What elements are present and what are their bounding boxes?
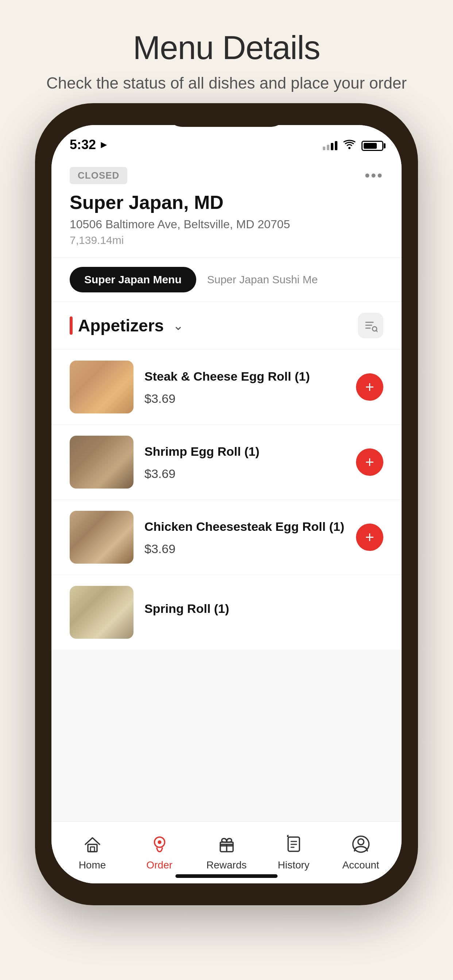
svg-rect-6 <box>88 845 97 852</box>
add-item-button[interactable]: + <box>356 523 383 551</box>
category-header: Appetizers ⌄ <box>51 302 402 349</box>
history-icon <box>284 834 304 856</box>
menu-item: Steak & Cheese Egg Roll (1) $3.69 + <box>51 349 402 425</box>
item-price: $3.69 <box>144 542 345 556</box>
restaurant-distance: 7,139.14mi <box>70 234 383 247</box>
svg-point-9 <box>158 840 161 844</box>
nav-label-history: History <box>278 859 309 871</box>
item-name: Shrimp Egg Roll (1) <box>144 443 345 460</box>
nav-label-rewards: Rewards <box>206 859 247 871</box>
menu-content: Appetizers ⌄ <box>51 302 402 821</box>
svg-line-5 <box>376 330 378 332</box>
category-indicator <box>70 317 73 335</box>
battery-icon <box>362 141 383 151</box>
order-icon <box>150 834 170 856</box>
restaurant-name: Super Japan, MD <box>70 191 383 213</box>
location-icon: ► <box>99 139 109 151</box>
search-list-button[interactable] <box>358 313 383 338</box>
item-info: Spring Roll (1) <box>144 600 383 624</box>
item-image <box>70 361 134 414</box>
menu-item: Spring Roll (1) <box>51 574 402 650</box>
nav-item-account[interactable]: Account <box>335 834 386 871</box>
nav-label-account: Account <box>342 859 379 871</box>
nav-item-history[interactable]: History <box>268 834 319 871</box>
rewards-icon <box>217 834 237 856</box>
nav-item-home[interactable]: Home <box>67 834 118 871</box>
svg-rect-7 <box>91 847 94 852</box>
status-bar: 5:32 ► <box>51 125 402 158</box>
item-info: Chicken Cheesesteak Egg Roll (1) $3.69 <box>144 519 345 556</box>
item-name: Chicken Cheesesteak Egg Roll (1) <box>144 519 345 535</box>
page-background: Menu Details Check the status of all dis… <box>0 0 453 980</box>
add-item-button[interactable]: + <box>356 449 383 476</box>
home-indicator <box>175 874 278 878</box>
nav-item-order[interactable]: Order <box>134 834 185 871</box>
closed-badge: CLOSED <box>70 167 127 184</box>
item-info: Steak & Cheese Egg Roll (1) $3.69 <box>144 368 345 406</box>
item-image <box>70 586 134 639</box>
status-time: 5:32 ► <box>70 137 109 153</box>
more-options-button[interactable]: ••• <box>365 167 383 184</box>
status-icons <box>323 139 383 153</box>
phone-notch <box>164 103 289 127</box>
item-image <box>70 511 134 564</box>
phone-frame: 5:32 ► <box>35 103 418 905</box>
page-header: Menu Details Check the status of all dis… <box>46 29 407 92</box>
tab-super-japan-sushi[interactable]: Super Japan Sushi Me <box>204 267 322 293</box>
restaurant-address: 10506 Baltimore Ave, Beltsville, MD 2070… <box>70 218 383 231</box>
item-image <box>70 436 134 488</box>
nav-label-order: Order <box>146 859 172 871</box>
svg-point-18 <box>358 839 364 845</box>
nav-label-home: Home <box>79 859 106 871</box>
item-price: $3.69 <box>144 467 345 481</box>
item-price: $3.69 <box>144 391 345 406</box>
item-name: Spring Roll (1) <box>144 600 383 617</box>
menu-tabs: Super Japan Menu Super Japan Sushi Me <box>51 258 402 302</box>
signal-icon <box>323 141 337 150</box>
menu-item: Shrimp Egg Roll (1) $3.69 + <box>51 425 402 500</box>
nav-item-rewards[interactable]: Rewards <box>201 834 252 871</box>
item-name: Steak & Cheese Egg Roll (1) <box>144 368 345 384</box>
restaurant-header: CLOSED ••• Super Japan, MD 10506 Baltimo… <box>51 158 402 258</box>
menu-item: Chicken Cheesesteak Egg Roll (1) $3.69 + <box>51 500 402 574</box>
add-item-button[interactable]: + <box>356 373 383 401</box>
svg-point-0 <box>348 147 351 149</box>
phone-screen: 5:32 ► <box>51 125 402 883</box>
tab-super-japan-menu[interactable]: Super Japan Menu <box>70 267 196 293</box>
chevron-down-icon: ⌄ <box>173 318 183 333</box>
page-title: Menu Details <box>46 29 407 67</box>
page-subtitle: Check the status of all dishes and place… <box>46 74 407 92</box>
account-icon <box>351 834 371 856</box>
category-name: Appetizers <box>78 316 164 336</box>
wifi-icon <box>343 139 356 153</box>
home-icon <box>83 834 102 856</box>
item-info: Shrimp Egg Roll (1) $3.69 <box>144 443 345 481</box>
